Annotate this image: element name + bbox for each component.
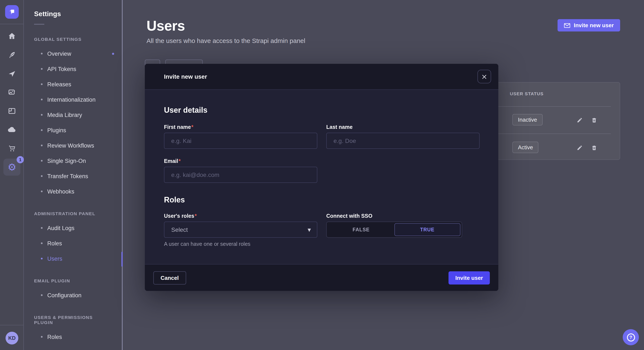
column-header-user-status: USER STATUS	[510, 91, 544, 96]
section-label-email-plugin: EMAIL PLUGIN	[34, 278, 112, 283]
close-button[interactable]: ×	[478, 70, 491, 83]
bullet-icon	[41, 68, 42, 70]
overview-notification-dot	[112, 52, 114, 55]
last-name-input[interactable]	[326, 133, 480, 149]
bullet-icon	[41, 160, 42, 162]
sso-option-true[interactable]: TRUE	[394, 223, 460, 236]
section-label-users-permissions: USERS & PERMISSIONS PLUGIN	[34, 315, 112, 325]
layout-icon[interactable]	[0, 102, 24, 120]
sidebar-item-internationalization[interactable]: Internationalization	[24, 92, 122, 107]
icon-rail: ⚙ 1 KD	[0, 0, 24, 350]
home-icon[interactable]	[0, 27, 24, 45]
sidebar-item-roles-up[interactable]: Roles	[24, 329, 122, 345]
cart-icon[interactable]	[0, 139, 24, 158]
page-subtitle: All the users who have access to the Str…	[146, 37, 305, 44]
email-input[interactable]	[164, 167, 317, 183]
bullet-icon	[41, 83, 42, 85]
modal-title: Invite new user	[164, 73, 207, 80]
sidebar-item-providers[interactable]: Providers	[24, 345, 122, 350]
sidebar-item-transfer-tokens[interactable]: Transfer Tokens	[24, 169, 122, 184]
status-badge: Active	[512, 142, 538, 153]
sso-field: Connect with SSO FALSE TRUE	[326, 213, 480, 247]
app-root: ⚙ 1 KD Settings GLOBAL SETTINGS Overview…	[0, 0, 644, 350]
delete-button[interactable]	[589, 114, 600, 126]
invite-user-submit-button[interactable]: Invite user	[448, 271, 490, 284]
bullet-icon	[41, 53, 42, 54]
bullet-icon	[41, 336, 42, 338]
sidebar-item-single-sign-on[interactable]: Single Sign-On	[24, 153, 122, 169]
edit-button[interactable]	[574, 114, 585, 126]
strapi-logo[interactable]	[5, 5, 19, 19]
nav-scrollbar-thumb[interactable]	[122, 252, 123, 267]
paper-plane-icon[interactable]	[0, 64, 24, 83]
users-roles-select[interactable]: Select ▼	[164, 222, 317, 238]
sidebar-item-roles-admin[interactable]: Roles	[24, 236, 122, 251]
modal-footer: Cancel Invite user	[145, 264, 498, 291]
sidebar-item-webhooks[interactable]: Webhooks	[24, 184, 122, 199]
help-button[interactable]: ?	[623, 329, 639, 345]
required-marker: *	[195, 213, 197, 219]
section-title-user-details: User details	[164, 106, 480, 115]
bullet-icon	[41, 99, 42, 100]
required-marker: *	[191, 124, 193, 130]
section-title-roles: Roles	[164, 196, 480, 204]
first-name-field: First name*	[164, 124, 317, 149]
sidebar-item-users[interactable]: Users	[24, 251, 122, 266]
required-marker: *	[179, 158, 181, 164]
bullet-icon	[41, 114, 42, 116]
invite-user-modal: Invite new user × User details First nam…	[145, 64, 498, 291]
bullet-icon	[41, 129, 42, 131]
sidebar-item-plugins[interactable]: Plugins	[24, 123, 122, 138]
settings-panel: Settings GLOBAL SETTINGS Overview API To…	[24, 0, 123, 350]
trash-icon	[591, 117, 597, 123]
nav-list-global: Overview API Tokens Releases Internation…	[24, 46, 122, 199]
close-icon: ×	[481, 73, 488, 80]
cloud-icon[interactable]	[0, 120, 24, 139]
bullet-icon	[41, 145, 42, 146]
invite-new-user-button[interactable]: Invite new user	[558, 19, 620, 31]
bullet-icon	[41, 294, 42, 296]
first-name-input[interactable]	[164, 133, 317, 149]
sso-option-false[interactable]: FALSE	[328, 223, 394, 236]
bullet-icon	[41, 175, 42, 177]
gear-glyph: ⚙	[8, 162, 16, 172]
bullet-icon	[41, 190, 42, 192]
paper-plane-glyph	[8, 69, 16, 78]
gear-active-bg: ⚙ 1	[4, 159, 20, 176]
select-placeholder: Select	[171, 226, 188, 233]
page-header: Users All the users who have access to t…	[146, 18, 305, 44]
sidebar-item-releases[interactable]: Releases	[24, 77, 122, 92]
gear-icon[interactable]: ⚙ 1	[0, 158, 24, 176]
envelope-icon	[564, 23, 570, 28]
avatar[interactable]: KD	[6, 332, 18, 345]
pencil-icon	[577, 117, 583, 123]
user-details-grid: First name* Last name Email*	[164, 124, 480, 183]
section-label-admin-panel: ADMINISTRATION PANEL	[34, 211, 112, 216]
bullet-icon	[41, 227, 42, 229]
sidebar-item-media-library[interactable]: Media Library	[24, 107, 122, 123]
sidebar-item-configuration[interactable]: Configuration	[24, 288, 122, 303]
last-name-field: Last name	[326, 124, 480, 149]
sidebar-item-audit-logs[interactable]: Audit Logs	[24, 220, 122, 236]
cancel-button[interactable]: Cancel	[153, 271, 186, 284]
users-roles-field: User's roles* Select ▼ A user can have o…	[164, 213, 317, 247]
feather-icon[interactable]	[0, 45, 24, 64]
media-icon[interactable]	[0, 83, 24, 102]
modal-body: User details First name* Last name Email…	[145, 90, 498, 247]
edit-button[interactable]	[574, 142, 585, 153]
strapi-logo-glyph	[8, 8, 16, 16]
rail-nav: ⚙ 1	[0, 27, 24, 176]
sidebar-item-review-workflows[interactable]: Review Workflows	[24, 138, 122, 153]
panel-title: Settings	[34, 10, 122, 18]
delete-button[interactable]	[589, 142, 600, 153]
rail-divider-bottom	[0, 325, 24, 325]
nav-list-admin: Audit Logs Roles Users	[24, 220, 122, 266]
sidebar-item-api-tokens[interactable]: API Tokens	[24, 61, 122, 77]
roles-grid: User's roles* Select ▼ A user can have o…	[164, 213, 480, 247]
sidebar-item-overview[interactable]: Overview	[24, 46, 122, 61]
panel-title-rule	[34, 24, 44, 25]
cloud-glyph	[7, 125, 16, 134]
rail-divider-top	[0, 24, 24, 24]
last-name-label: Last name	[326, 124, 480, 130]
users-roles-label: User's roles*	[164, 213, 317, 219]
